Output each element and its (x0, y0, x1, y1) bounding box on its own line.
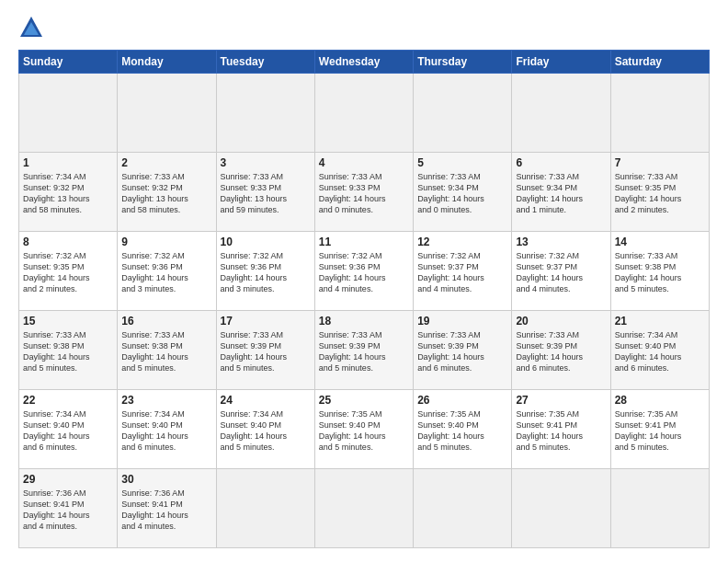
calendar-cell: 3Sunrise: 7:33 AM Sunset: 9:33 PM Daylig… (216, 153, 314, 232)
calendar-cell (216, 74, 314, 153)
cell-text: Sunrise: 7:36 AM Sunset: 9:41 PM Dayligh… (23, 488, 113, 533)
cell-text: Sunrise: 7:33 AM Sunset: 9:39 PM Dayligh… (319, 329, 409, 374)
weekday-header-sunday: Sunday (19, 51, 118, 74)
weekday-header-saturday: Saturday (610, 51, 709, 74)
calendar-cell: 26Sunrise: 7:35 AM Sunset: 9:40 PM Dayli… (414, 390, 512, 469)
calendar-cell: 7Sunrise: 7:33 AM Sunset: 9:35 PM Daylig… (610, 153, 709, 232)
weekday-header-tuesday: Tuesday (216, 51, 314, 74)
calendar-cell: 30Sunrise: 7:36 AM Sunset: 9:41 PM Dayli… (118, 469, 216, 548)
calendar-cell: 6Sunrise: 7:33 AM Sunset: 9:34 PM Daylig… (512, 153, 610, 232)
cell-text: Sunrise: 7:35 AM Sunset: 9:41 PM Dayligh… (516, 408, 606, 454)
cell-text: Sunrise: 7:33 AM Sunset: 9:38 PM Dayligh… (23, 329, 113, 374)
day-number: 13 (516, 236, 606, 248)
day-number: 9 (121, 236, 211, 248)
calendar-cell: 5Sunrise: 7:33 AM Sunset: 9:34 PM Daylig… (414, 153, 512, 232)
calendar-cell: 13Sunrise: 7:32 AM Sunset: 9:37 PM Dayli… (512, 232, 610, 311)
calendar-cell: 27Sunrise: 7:35 AM Sunset: 9:41 PM Dayli… (512, 390, 610, 469)
cell-text: Sunrise: 7:32 AM Sunset: 9:35 PM Dayligh… (23, 250, 113, 295)
day-number: 30 (121, 473, 211, 486)
day-number: 11 (319, 236, 409, 248)
logo-icon (18, 15, 44, 40)
cell-text: Sunrise: 7:33 AM Sunset: 9:34 PM Dayligh… (516, 171, 606, 216)
day-number: 2 (121, 156, 211, 169)
cell-text: Sunrise: 7:32 AM Sunset: 9:37 PM Dayligh… (417, 250, 507, 295)
cell-text: Sunrise: 7:32 AM Sunset: 9:36 PM Dayligh… (319, 250, 409, 295)
calendar-cell: 11Sunrise: 7:32 AM Sunset: 9:36 PM Dayli… (314, 232, 413, 311)
day-number: 20 (516, 315, 606, 327)
cell-text: Sunrise: 7:34 AM Sunset: 9:40 PM Dayligh… (23, 408, 113, 454)
day-number: 28 (615, 394, 705, 407)
cell-text: Sunrise: 7:34 AM Sunset: 9:40 PM Dayligh… (615, 329, 705, 374)
day-number: 5 (417, 156, 507, 169)
cell-text: Sunrise: 7:36 AM Sunset: 9:41 PM Dayligh… (121, 488, 211, 533)
cell-text: Sunrise: 7:33 AM Sunset: 9:34 PM Dayligh… (417, 171, 507, 216)
day-number: 12 (417, 236, 507, 248)
day-number: 29 (23, 473, 113, 486)
day-number: 22 (23, 394, 113, 407)
day-number: 18 (319, 315, 409, 327)
calendar-week-4: 22Sunrise: 7:34 AM Sunset: 9:40 PM Dayli… (19, 390, 710, 469)
calendar-cell: 21Sunrise: 7:34 AM Sunset: 9:40 PM Dayli… (610, 311, 709, 390)
calendar-table: SundayMondayTuesdayWednesdayThursdayFrid… (18, 50, 710, 548)
weekday-header-monday: Monday (118, 51, 216, 74)
calendar-cell: 9Sunrise: 7:32 AM Sunset: 9:36 PM Daylig… (118, 232, 216, 311)
cell-text: Sunrise: 7:33 AM Sunset: 9:38 PM Dayligh… (615, 250, 705, 295)
calendar-cell (19, 74, 118, 153)
cell-text: Sunrise: 7:34 AM Sunset: 9:40 PM Dayligh… (221, 408, 311, 454)
calendar-week-5: 29Sunrise: 7:36 AM Sunset: 9:41 PM Dayli… (19, 469, 710, 548)
day-number: 8 (23, 236, 113, 248)
calendar-cell (216, 469, 314, 548)
calendar-week-0 (19, 74, 710, 153)
cell-text: Sunrise: 7:33 AM Sunset: 9:39 PM Dayligh… (221, 329, 311, 374)
calendar-cell: 15Sunrise: 7:33 AM Sunset: 9:38 PM Dayli… (19, 311, 118, 390)
day-number: 26 (417, 394, 507, 407)
cell-text: Sunrise: 7:35 AM Sunset: 9:41 PM Dayligh… (615, 408, 705, 454)
cell-text: Sunrise: 7:35 AM Sunset: 9:40 PM Dayligh… (319, 408, 409, 454)
cell-text: Sunrise: 7:34 AM Sunset: 9:32 PM Dayligh… (23, 171, 113, 216)
weekday-header-friday: Friday (512, 51, 610, 74)
cell-text: Sunrise: 7:34 AM Sunset: 9:40 PM Dayligh… (121, 408, 211, 454)
day-number: 14 (615, 236, 705, 248)
calendar-cell (314, 469, 413, 548)
day-number: 24 (221, 394, 311, 407)
calendar-week-2: 8Sunrise: 7:32 AM Sunset: 9:35 PM Daylig… (19, 232, 710, 311)
day-number: 15 (23, 315, 113, 327)
calendar-header: SundayMondayTuesdayWednesdayThursdayFrid… (19, 51, 710, 74)
cell-text: Sunrise: 7:33 AM Sunset: 9:33 PM Dayligh… (221, 171, 311, 216)
calendar-cell (414, 74, 512, 153)
day-number: 21 (615, 315, 705, 327)
day-number: 27 (516, 394, 606, 407)
day-number: 25 (319, 394, 409, 407)
day-number: 4 (319, 156, 409, 169)
calendar-cell (314, 74, 413, 153)
cell-text: Sunrise: 7:33 AM Sunset: 9:33 PM Dayligh… (319, 171, 409, 216)
day-number: 6 (516, 156, 606, 169)
calendar-cell (118, 74, 216, 153)
cell-text: Sunrise: 7:33 AM Sunset: 9:32 PM Dayligh… (121, 171, 211, 216)
calendar-cell: 17Sunrise: 7:33 AM Sunset: 9:39 PM Dayli… (216, 311, 314, 390)
calendar-cell: 16Sunrise: 7:33 AM Sunset: 9:38 PM Dayli… (118, 311, 216, 390)
cell-text: Sunrise: 7:32 AM Sunset: 9:37 PM Dayligh… (516, 250, 606, 295)
calendar-body: 1Sunrise: 7:34 AM Sunset: 9:32 PM Daylig… (19, 74, 710, 548)
calendar-cell (414, 469, 512, 548)
calendar-cell: 14Sunrise: 7:33 AM Sunset: 9:38 PM Dayli… (610, 232, 709, 311)
calendar-week-1: 1Sunrise: 7:34 AM Sunset: 9:32 PM Daylig… (19, 153, 710, 232)
calendar-cell: 25Sunrise: 7:35 AM Sunset: 9:40 PM Dayli… (314, 390, 413, 469)
cell-text: Sunrise: 7:32 AM Sunset: 9:36 PM Dayligh… (221, 250, 311, 295)
header (18, 15, 710, 40)
weekday-header-thursday: Thursday (414, 51, 512, 74)
calendar-cell (512, 74, 610, 153)
calendar-cell: 8Sunrise: 7:32 AM Sunset: 9:35 PM Daylig… (19, 232, 118, 311)
calendar-cell: 2Sunrise: 7:33 AM Sunset: 9:32 PM Daylig… (118, 153, 216, 232)
calendar-cell (512, 469, 610, 548)
day-number: 3 (221, 156, 311, 169)
day-number: 16 (121, 315, 211, 327)
calendar-cell: 18Sunrise: 7:33 AM Sunset: 9:39 PM Dayli… (314, 311, 413, 390)
calendar-cell (610, 74, 709, 153)
calendar-cell: 24Sunrise: 7:34 AM Sunset: 9:40 PM Dayli… (216, 390, 314, 469)
weekday-header-wednesday: Wednesday (314, 51, 413, 74)
cell-text: Sunrise: 7:35 AM Sunset: 9:40 PM Dayligh… (417, 408, 507, 454)
logo (18, 15, 48, 40)
cell-text: Sunrise: 7:33 AM Sunset: 9:39 PM Dayligh… (417, 329, 507, 374)
calendar-cell (610, 469, 709, 548)
